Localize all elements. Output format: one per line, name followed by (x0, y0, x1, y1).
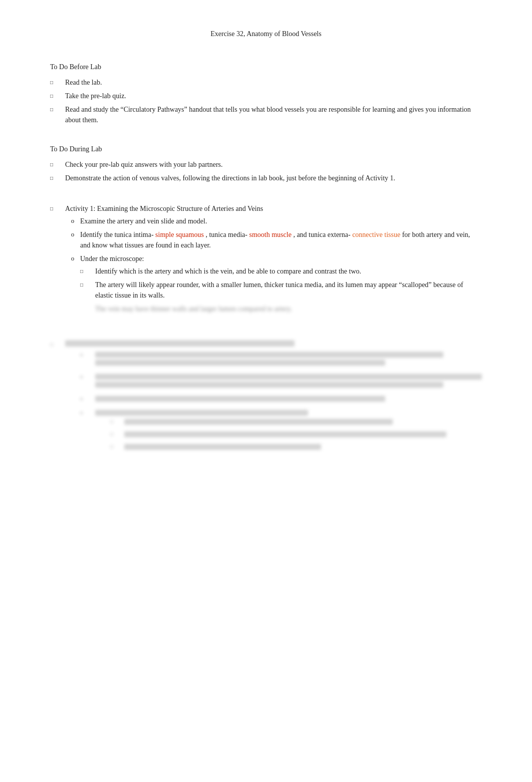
activity1-list: □ Activity 1: Examining the Microscopic … (50, 203, 482, 320)
text-smooth-muscle: smooth muscle (249, 231, 291, 238)
subsub-list-item-blurred: The vein may have thinner walls and larg… (80, 304, 482, 314)
subsub-item-text-blurred: The vein may have thinner walls and larg… (95, 304, 482, 314)
sub-item-microscope: Under the microscope: □ Identify which i… (80, 253, 482, 317)
sub-bullet-icon: o (65, 253, 80, 264)
activity1-item: □ Activity 1: Examining the Microscopic … (50, 203, 482, 320)
activity1-sublist: o Examine the artery and vein slide and … (65, 216, 482, 317)
text-connective-tissue: connective tissue (352, 231, 400, 238)
bullet-icon: □ (50, 79, 65, 86)
page-container: Exercise 32, Anatomy of Blood Vessels To… (0, 0, 532, 782)
sub-bullet-icon: o (65, 229, 80, 239)
subsub-bullet-icon: □ (80, 281, 95, 289)
subsub-list: □ Identify which is the artery and which… (80, 266, 482, 314)
todo-before-list: □ Read the lab. □ Take the pre-lab quiz.… (50, 77, 482, 125)
sub-list-item: o Identify the tunica intima- simple squ… (65, 229, 482, 250)
subsub-item-text: The artery will likely appear rounder, w… (95, 280, 482, 301)
subsub-bullet-icon: □ (80, 268, 95, 275)
list-item-text: Check your pre-lab quiz answers with you… (65, 159, 482, 170)
activity1-title: Activity 1: Examining the Microscopic St… (65, 205, 263, 212)
list-item-text: Take the pre-lab quiz. (65, 91, 482, 101)
text-normal: Identify the tunica intima- (80, 231, 155, 238)
list-item: □ Read the lab. (50, 77, 482, 88)
sub-item-text-mixed: Identify the tunica intima- simple squam… (80, 229, 482, 250)
todo-before-heading: To Do Before Lab (50, 63, 482, 71)
list-item: □ Check your pre-lab quiz answers with y… (50, 159, 482, 170)
list-item-text: Read the lab. (65, 77, 482, 88)
list-item: □ Read and study the “Circulatory Pathwa… (50, 104, 482, 125)
sub-item-text: Examine the artery and vein slide and mo… (80, 216, 482, 226)
bullet-icon: □ (50, 92, 65, 100)
sub-item-microscope-label: Under the microscope: (80, 255, 144, 263)
bullet-icon: □ (50, 106, 65, 113)
text-simple-squamous: simple squamous (155, 231, 204, 238)
activity1-content: Activity 1: Examining the Microscopic St… (65, 203, 482, 320)
todo-during-heading: To Do During Lab (50, 145, 482, 153)
bullet-icon: □ (50, 205, 65, 212)
subsub-list-item: □ Identify which is the artery and which… (80, 266, 482, 277)
list-item: □ Take the pre-lab quiz. (50, 91, 482, 101)
sub-bullet-icon: o (65, 216, 80, 226)
section-activity1: □ Activity 1: Examining the Microscopic … (50, 203, 482, 320)
list-item-text: Demonstrate the action of venous valves,… (65, 173, 482, 183)
list-item-text: Read and study the “Circulatory Pathways… (65, 104, 482, 125)
subsub-list-item: □ The artery will likely appear rounder,… (80, 280, 482, 301)
text-normal: , tunica media- (204, 231, 249, 238)
bullet-icon: □ (50, 161, 65, 168)
page-title: Exercise 32, Anatomy of Blood Vessels (50, 30, 482, 38)
section-todo-during: To Do During Lab □ Check your pre-lab qu… (50, 145, 482, 183)
sub-list-item: o Examine the artery and vein slide and … (65, 216, 482, 226)
list-item: □ Demonstrate the action of venous valve… (50, 173, 482, 183)
sub-list-item: o Under the microscope: □ Identify which… (65, 253, 482, 317)
text-normal: , and tunica externa- (292, 231, 352, 238)
section-activity2-blurred: □ o o (50, 340, 482, 460)
todo-during-list: □ Check your pre-lab quiz answers with y… (50, 159, 482, 183)
section-todo-before: To Do Before Lab □ Read the lab. □ Take … (50, 63, 482, 125)
subsub-item-text: Identify which is the artery and which i… (95, 266, 482, 277)
bullet-icon: □ (50, 174, 65, 182)
